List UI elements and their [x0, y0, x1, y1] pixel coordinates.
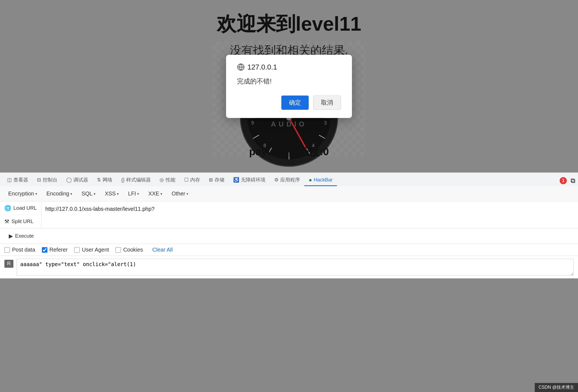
devtools-right: 1 ⧉ [560, 177, 575, 186]
app-icon: ⚙ [274, 177, 279, 183]
cancel-button[interactable]: 取消 [313, 96, 341, 110]
url-actions: 🌐 Load URL ⚒ Split URL [0, 201, 42, 228]
dialog-buttons: 确定 取消 [237, 96, 341, 110]
tab-network[interactable]: ⇅ 网络 [93, 174, 117, 186]
referer-checkbox[interactable] [42, 247, 47, 253]
dialog-message: 完成的不错! [237, 77, 341, 86]
tab-memory[interactable]: ☐ 内存 [180, 174, 204, 186]
xxe-menu[interactable]: XXE ▾ [144, 189, 166, 198]
tab-debugger[interactable]: ◯ 调试器 [62, 174, 93, 186]
console-icon: ⊟ [37, 177, 41, 183]
encoding-chevron: ▾ [70, 192, 72, 196]
dialog-host: 127.0.0.1 [247, 63, 277, 71]
split-url-button[interactable]: ⚒ Split URL [0, 215, 41, 228]
tab-hackbar[interactable]: ● HackBar [304, 175, 337, 186]
post-data-checkbox[interactable] [4, 247, 10, 253]
hackbar-menubar: Encryption ▾ Encoding ▾ SQL ▾ XSS ▾ LFI … [0, 186, 578, 201]
xxe-chevron: ▾ [160, 192, 162, 196]
lfi-menu[interactable]: LFI ▾ [124, 189, 143, 198]
devtools-tabbar: ◫ 查看器 ⊟ 控制台 ◯ 调试器 ⇅ 网络 {} 样式编辑器 ◎ 性能 ☐ 内… [0, 172, 578, 186]
style-icon: {} [121, 177, 125, 183]
a11y-icon: ♿ [233, 177, 239, 183]
execute-icon: ▶ [9, 233, 13, 239]
post-data-checkbox-label[interactable]: Post data [4, 247, 35, 253]
referer-checkbox-label[interactable]: Referer [42, 247, 68, 253]
hackbar-dot-icon: ● [309, 177, 312, 183]
execute-button[interactable]: ▶ Execute [4, 230, 38, 241]
csdn-bar: CSDN @技术博主 [535, 383, 578, 392]
encoding-menu[interactable]: Encoding ▾ [43, 189, 76, 198]
main-page: 欢迎来到level11 没有找到和相关的结果. [0, 0, 578, 172]
xss-menu[interactable]: XSS ▾ [101, 189, 123, 198]
payload-section: R [0, 256, 578, 278]
perf-icon: ◎ [160, 177, 164, 183]
url-input-area [42, 201, 578, 228]
encryption-chevron: ▾ [35, 192, 37, 196]
sql-menu[interactable]: SQL ▾ [78, 189, 99, 198]
url-section: 🌐 Load URL ⚒ Split URL [0, 201, 578, 228]
tab-performance[interactable]: ◎ 性能 [155, 174, 180, 186]
checkboxes-section: Post data Referer User Agent Cookies Cle… [0, 244, 578, 256]
memory-icon: ☐ [184, 177, 189, 183]
load-url-button[interactable]: 🌐 Load URL [0, 201, 41, 215]
cookies-checkbox-label[interactable]: Cookies [115, 247, 143, 253]
dialog-box: 127.0.0.1 完成的不错! 确定 取消 [226, 55, 352, 118]
tab-application[interactable]: ⚙ 应用程序 [270, 174, 304, 186]
payload-r-badge: R [4, 260, 13, 268]
error-badge: 1 [560, 177, 567, 184]
tab-console[interactable]: ⊟ 控制台 [33, 174, 62, 186]
url-input[interactable] [45, 204, 574, 214]
lfi-chevron: ▾ [137, 192, 139, 196]
dialog-overlay: 127.0.0.1 完成的不错! 确定 取消 [0, 0, 578, 172]
user-agent-checkbox-label[interactable]: User Agent [74, 247, 109, 253]
execute-section: ▶ Execute [0, 228, 578, 244]
clear-all-link[interactable]: Clear All [152, 247, 172, 253]
user-agent-checkbox[interactable] [74, 247, 80, 253]
payload-textarea[interactable] [17, 259, 574, 276]
network-icon: ⇅ [97, 177, 101, 183]
tab-inspector[interactable]: ◫ 查看器 [3, 174, 33, 186]
other-chevron: ▾ [186, 192, 188, 196]
storage-icon: ⊞ [209, 177, 213, 183]
xss-chevron: ▾ [117, 192, 119, 196]
inspector-icon: ◫ [7, 177, 12, 183]
encryption-menu[interactable]: Encryption ▾ [4, 189, 41, 198]
load-url-icon: 🌐 [4, 205, 11, 211]
sql-chevron: ▾ [94, 192, 96, 196]
confirm-button[interactable]: 确定 [281, 96, 309, 110]
cookies-checkbox[interactable] [115, 247, 121, 253]
tab-storage[interactable]: ⊞ 存储 [204, 174, 229, 186]
dialog-header: 127.0.0.1 [237, 63, 341, 71]
dock-icon[interactable]: ⧉ [571, 177, 575, 185]
split-url-icon: ⚒ [4, 218, 9, 225]
debugger-icon: ◯ [66, 177, 72, 183]
globe-icon [237, 63, 245, 71]
tab-accessibility[interactable]: ♿ 无障碍环境 [229, 174, 270, 186]
other-menu[interactable]: Other ▾ [168, 189, 192, 198]
tab-style-editor[interactable]: {} 样式编辑器 [117, 174, 155, 186]
